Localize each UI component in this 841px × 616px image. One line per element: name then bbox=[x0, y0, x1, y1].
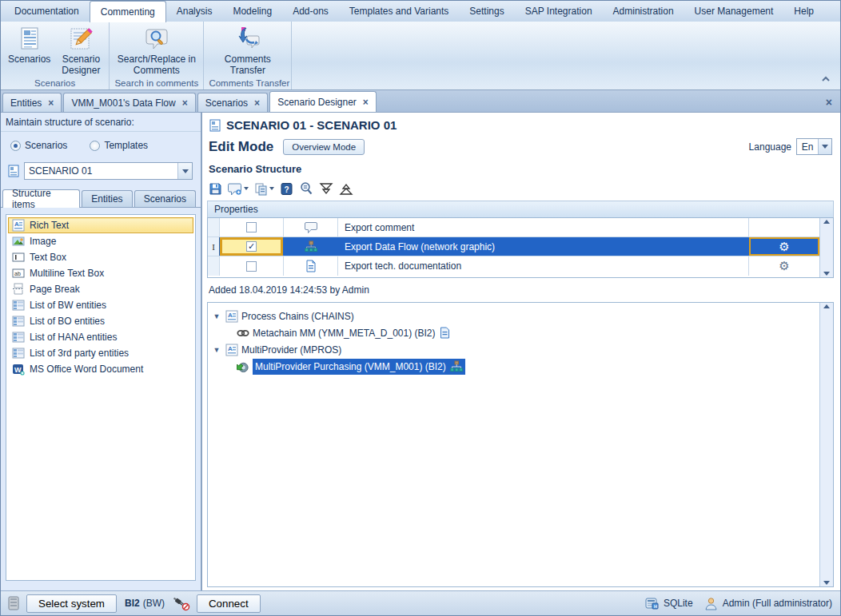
menu-templates-and-variants[interactable]: Templates and Variants bbox=[339, 1, 460, 22]
collapse-all-icon[interactable] bbox=[319, 182, 333, 196]
expand-all-icon[interactable] bbox=[339, 182, 353, 196]
table-row-export-comment[interactable]: Export comment bbox=[208, 218, 819, 237]
language-label: Language bbox=[749, 141, 791, 153]
close-icon[interactable]: × bbox=[182, 97, 188, 109]
search-replace-in-comments-button[interactable]: Search/Replace in Comments bbox=[113, 23, 200, 77]
svg-text:H: H bbox=[654, 604, 657, 609]
scroll-up-icon[interactable] bbox=[823, 220, 830, 224]
menu-modeling[interactable]: Modeling bbox=[222, 1, 282, 22]
add-comment-button[interactable] bbox=[228, 182, 249, 196]
ribbon-group-search-in-comments: Search/Replace in Comments Search in com… bbox=[110, 22, 204, 89]
list-item-page-break[interactable]: Page Break bbox=[8, 281, 193, 297]
copy-document-button[interactable] bbox=[254, 182, 274, 196]
close-icon[interactable]: × bbox=[254, 97, 260, 109]
comments-transfer-button[interactable]: Comments Transfer bbox=[207, 23, 288, 77]
tab-entities[interactable]: Entities × bbox=[2, 93, 62, 112]
list-item-ms-office-word-document[interactable]: W MS Office Word Document bbox=[8, 361, 193, 377]
tab-scenario-designer-label: Scenario Designer bbox=[277, 97, 357, 108]
scenario-select[interactable]: SCENARIO 01 bbox=[24, 162, 193, 180]
list-item-label: MS Office Word Document bbox=[30, 364, 143, 375]
gear-settings-button[interactable]: ⚙ bbox=[749, 237, 819, 256]
multiprovider-icon bbox=[237, 360, 249, 373]
image-icon bbox=[12, 235, 25, 248]
page-title: SCENARIO 01 - SCENARIO 01 bbox=[226, 118, 397, 132]
tab-sidebar-scenarios[interactable]: Scenarios bbox=[134, 190, 196, 207]
list-item-list-of-bo-entities[interactable]: List of BO entities bbox=[8, 313, 193, 329]
scenario-designer-panel: SCENARIO 01 - SCENARIO 01 Edit Mode Over… bbox=[202, 113, 840, 590]
close-panel-icon[interactable]: × bbox=[826, 96, 832, 109]
scroll-up-icon[interactable] bbox=[823, 304, 830, 308]
save-button[interactable] bbox=[209, 182, 222, 196]
tree-node-selected[interactable]: MultiProvider Purchasing (VMM_M001) (BI2… bbox=[253, 359, 465, 375]
chevron-expanded-icon[interactable]: ▼ bbox=[211, 312, 222, 320]
scroll-down-icon[interactable] bbox=[823, 581, 830, 585]
chevron-down-icon bbox=[822, 145, 828, 149]
collapse-ribbon-icon[interactable] bbox=[819, 74, 832, 85]
scroll-down-icon[interactable] bbox=[823, 272, 830, 276]
list-item-text-box[interactable]: Text Box bbox=[8, 249, 193, 265]
chevron-down-icon bbox=[182, 169, 189, 173]
database-label: SQLite bbox=[664, 598, 693, 609]
list-item-label: List of BW entities bbox=[30, 300, 106, 311]
chevron-expanded-icon[interactable]: ▼ bbox=[211, 346, 222, 354]
tree-node-process-chains[interactable]: ▼ A Process Chains (CHAINS) bbox=[211, 308, 819, 324]
language-select[interactable]: En bbox=[796, 138, 832, 155]
language-dropdown-button[interactable] bbox=[818, 139, 831, 154]
close-icon[interactable]: × bbox=[48, 97, 54, 109]
gear-settings-button[interactable]: ⚙ bbox=[749, 256, 819, 276]
radio-scenarios[interactable]: Scenarios bbox=[10, 140, 67, 151]
close-icon[interactable]: × bbox=[363, 97, 369, 108]
tree-node-multiprovider-purchasing[interactable]: MultiProvider Purchasing (VMM_M001) (BI2… bbox=[211, 358, 819, 375]
zoom-button[interactable] bbox=[299, 181, 313, 196]
tree-scrollbar[interactable] bbox=[819, 303, 833, 586]
checkbox-unchecked-icon[interactable] bbox=[246, 261, 257, 272]
checkbox-checked-icon[interactable]: ✓ bbox=[246, 241, 257, 252]
list-item-list-of-3rd-party-entities[interactable]: List of 3rd party entities bbox=[8, 345, 193, 361]
tab-structure-items[interactable]: Structure items bbox=[2, 189, 80, 208]
checkbox-unchecked-icon[interactable] bbox=[246, 222, 257, 232]
select-system-button[interactable]: Select system bbox=[26, 594, 117, 613]
table-row-export-tech-documentation[interactable]: Export tech. documentation ⚙ bbox=[208, 256, 819, 276]
list-item-list-of-hana-entities[interactable]: List of HANA entities bbox=[8, 329, 193, 345]
menu-commenting[interactable]: Commenting bbox=[90, 1, 166, 22]
comment-document-icon[interactable] bbox=[439, 327, 452, 340]
row-indicator-cell bbox=[208, 218, 220, 236]
menu-user-management[interactable]: User Management bbox=[684, 1, 784, 22]
list-item-image[interactable]: Image bbox=[8, 233, 193, 249]
help-button[interactable]: ? bbox=[280, 182, 293, 196]
tree-node-metachain[interactable]: Metachain MM (YMM_META_D_001) (BI2) bbox=[211, 324, 819, 341]
menu-sap-integration[interactable]: SAP Integration bbox=[515, 1, 603, 22]
gear-icon[interactable]: ⚙ bbox=[779, 240, 789, 254]
gear-icon[interactable]: ⚙ bbox=[779, 259, 789, 273]
list-item-rich-text[interactable]: A Rich Text bbox=[8, 217, 193, 233]
list-item-list-of-bw-entities[interactable]: List of BW entities bbox=[8, 297, 193, 313]
table-row-export-data-flow[interactable]: I ✓ Export Data Flow (network graphic) ⚙ bbox=[208, 237, 819, 256]
menu-settings[interactable]: Settings bbox=[459, 1, 514, 22]
scenarios-button[interactable]: Scenarios bbox=[4, 23, 54, 66]
menu-help[interactable]: Help bbox=[783, 1, 824, 22]
scenario-select-dropdown-button[interactable] bbox=[177, 163, 192, 179]
svg-text:A: A bbox=[228, 312, 233, 319]
tab-scenarios-label: Scenarios bbox=[205, 97, 248, 109]
sidebar-tabs: Structure items Entities Scenarios bbox=[1, 188, 201, 208]
connect-button[interactable]: Connect bbox=[197, 594, 261, 613]
list-item-multiline-text-box[interactable]: ab Multiline Text Box bbox=[8, 265, 193, 281]
menu-add-ons[interactable]: Add-ons bbox=[282, 1, 339, 22]
menu-analysis[interactable]: Analysis bbox=[166, 1, 223, 22]
properties-scrollbar[interactable] bbox=[819, 218, 833, 277]
system-name: BI2 bbox=[125, 598, 140, 609]
export-data-flow-checkbox-cell[interactable]: ✓ bbox=[220, 237, 284, 256]
tab-scenario-designer[interactable]: Scenario Designer × bbox=[269, 91, 377, 112]
export-tech-doc-checkbox-cell[interactable] bbox=[220, 256, 284, 276]
tab-sidebar-entities[interactable]: Entities bbox=[82, 190, 132, 207]
scenario-designer-button[interactable]: Scenario Designer bbox=[56, 23, 106, 77]
menu-documentation[interactable]: Documentation bbox=[4, 1, 90, 22]
tab-scenarios[interactable]: Scenarios × bbox=[197, 93, 268, 112]
overview-mode-button[interactable]: Overview Mode bbox=[283, 139, 365, 155]
export-comment-checkbox-cell[interactable] bbox=[220, 218, 284, 236]
radio-templates[interactable]: Templates bbox=[90, 140, 148, 151]
tree-node-multiprovider[interactable]: ▼ A MultiProvider (MPROS) bbox=[211, 341, 819, 358]
entity-list-icon bbox=[12, 299, 25, 312]
tab-vmm-m001-data-flow[interactable]: VMM_M001's Data Flow × bbox=[63, 93, 195, 112]
menu-administration[interactable]: Administration bbox=[603, 1, 684, 22]
